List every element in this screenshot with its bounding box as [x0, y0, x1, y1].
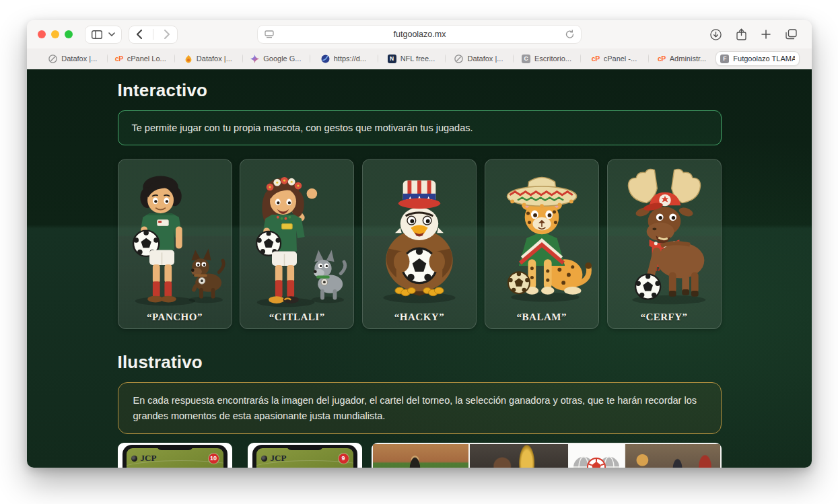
tab-label: cPanel -... — [604, 55, 637, 63]
world-cup-globes-logo[interactable] — [569, 444, 625, 468]
photo-players-1970s-pitch[interactable] — [373, 444, 469, 468]
balam-illustration — [485, 162, 598, 313]
tab-futgoolazo-active[interactable]: F Futgoolazo TLAMATI... — [715, 51, 800, 66]
hacky-illustration — [363, 162, 476, 313]
mascot-card-cerfy[interactable]: “CERFY” — [607, 159, 722, 329]
tab-cpanel-2[interactable]: cP cPanel -... — [580, 51, 648, 66]
cpanel-favicon-icon: cP — [658, 55, 666, 63]
reload-icon[interactable] — [565, 30, 574, 39]
tab-https-d[interactable]: https://d... — [310, 51, 378, 66]
globes-ball-logo-icon — [572, 449, 621, 468]
f-square-favicon-icon: F — [720, 55, 729, 63]
screenshot-jcp-phone-2[interactable]: JCP 9 ✓ Pases: 3 1 1 — [248, 443, 362, 468]
blue-globe-favicon-icon — [321, 55, 330, 63]
mascot-card-hacky[interactable]: “HACKY” — [362, 159, 477, 329]
ball-icon — [131, 456, 137, 462]
toolbar-right-icons — [710, 28, 801, 40]
section-title-ilustrativo: Ilustrativo — [118, 329, 722, 373]
flame-favicon-icon — [184, 55, 193, 63]
share-icon[interactable] — [736, 28, 746, 40]
tab-label: Escritorio... — [534, 55, 571, 63]
citlali-illustration — [240, 162, 353, 313]
screenshot-jcp-phone-1[interactable]: JCP 10 ✓ Pases: 1 1 1 — [118, 443, 232, 468]
history-photo-strip — [372, 443, 722, 468]
forward-icon[interactable] — [164, 30, 170, 39]
nav-divider — [153, 29, 153, 40]
tab-datafox-3[interactable]: Datafox |... — [445, 51, 513, 66]
mascot-card-balam[interactable]: “BALAM” — [485, 159, 599, 329]
downloads-icon[interactable] — [710, 29, 722, 40]
address-bar-wrap: futgoolazo.mx — [257, 25, 582, 44]
tab-label: Google G... — [263, 55, 301, 63]
reader-view-icon[interactable] — [265, 30, 274, 38]
phone-notch-icon — [157, 445, 193, 450]
close-window-button[interactable] — [38, 30, 46, 38]
tab-label: Datafox |... — [61, 55, 97, 63]
tab-label: Datafox |... — [467, 55, 503, 63]
browser-window: futgoolazo.mx — [27, 20, 812, 468]
tab-label: Datafox |... — [197, 55, 232, 63]
back-icon[interactable] — [136, 30, 142, 39]
pen-circle-favicon-icon — [454, 55, 463, 63]
mascot-cards: “PANCHO” — [118, 159, 722, 329]
traffic-lights — [38, 30, 73, 38]
mascot-card-citlali[interactable]: “CITLALI” — [240, 159, 354, 329]
tab-google-gemini[interactable]: Google G... — [242, 51, 310, 66]
interactivo-note: Te permite jugar con tu propia mascota, … — [118, 110, 722, 145]
pancho-illustration — [118, 162, 232, 313]
zoom-window-button[interactable] — [65, 30, 73, 38]
ilustrativo-note: En cada respuesta encontrarás la imagen … — [118, 382, 722, 434]
jcp-game-screen: JCP 10 ✓ Pases: 1 1 1 — [127, 448, 223, 468]
nav-controls — [129, 26, 178, 44]
c-square-favicon-icon: C — [522, 55, 530, 63]
tab-label: Administr... — [670, 55, 706, 63]
mascot-name: “BALAM” — [485, 312, 598, 323]
bottom-media-row: JCP 10 ✓ Pases: 1 1 1 — [118, 443, 722, 468]
phone-frame: JCP 10 ✓ Pases: 1 1 1 — [123, 445, 228, 468]
tab-administr[interactable]: cP Administr... — [648, 51, 716, 66]
interactivo-note-text: Te permite jugar con tu propia mascota, … — [132, 122, 473, 133]
photo-queen-trophy-presentation[interactable] — [625, 444, 720, 468]
phone-frame: JCP 9 ✓ Pases: 3 1 1 — [252, 445, 357, 468]
n-square-favicon-icon: N — [388, 55, 396, 63]
tab-strip: Datafox |... cP cPanel Lo... Datafox |..… — [27, 48, 812, 69]
page-content: Interactivo Te permite jugar con tu prop… — [27, 69, 812, 468]
minimize-window-button[interactable] — [51, 30, 59, 38]
mascot-name: “CERFY” — [608, 312, 721, 323]
tab-escritorio[interactable]: C Escritorio... — [513, 51, 581, 66]
tab-cpanel-login[interactable]: cP cPanel Lo... — [107, 51, 175, 66]
tab-datafox-1[interactable]: Datafox |... — [39, 51, 107, 66]
tab-overview-icon[interactable] — [785, 29, 797, 40]
new-tab-icon[interactable] — [761, 30, 771, 39]
ilustrativo-note-text: En cada respuesta encontrarás la imagen … — [133, 395, 697, 421]
jcp-app-title: JCP — [271, 453, 287, 464]
tab-label: Futgoolazo TLAMATI... — [733, 55, 795, 63]
cerfy-illustration — [608, 162, 721, 313]
notification-badge: 10 — [209, 454, 219, 464]
gemini-star-favicon-icon — [250, 55, 259, 63]
tab-label: NFL free... — [400, 55, 435, 63]
mascot-name: “HACKY” — [363, 312, 476, 323]
url-text: futgoolazo.mx — [274, 30, 565, 39]
ball-icon — [261, 456, 267, 462]
pen-circle-favicon-icon — [48, 55, 57, 63]
cpanel-favicon-icon: cP — [592, 55, 600, 63]
sidebar-controls — [85, 26, 122, 44]
tab-label: cPanel Lo... — [127, 55, 166, 63]
address-bar[interactable]: futgoolazo.mx — [257, 25, 582, 44]
cpanel-favicon-icon: cP — [115, 55, 123, 63]
tab-nfl[interactable]: N NFL free... — [378, 51, 446, 66]
notification-badge: 9 — [339, 454, 349, 464]
mascot-card-pancho[interactable]: “PANCHO” — [118, 159, 232, 329]
chevron-down-icon[interactable] — [108, 32, 115, 36]
section-title-interactivo: Interactivo — [118, 69, 722, 101]
sidebar-icon[interactable] — [92, 30, 102, 39]
browser-toolbar: futgoolazo.mx — [27, 20, 812, 48]
jcp-game-screen: JCP 9 ✓ Pases: 3 1 1 — [256, 448, 353, 468]
phone-notch-icon — [287, 445, 323, 450]
jcp-app-title: JCP — [141, 453, 157, 464]
photo-maradona-world-cup-trophy[interactable] — [470, 444, 567, 468]
mascot-name: “PANCHO” — [118, 312, 232, 323]
tab-label: https://d... — [334, 55, 366, 63]
tab-datafox-2[interactable]: Datafox |... — [174, 51, 242, 66]
